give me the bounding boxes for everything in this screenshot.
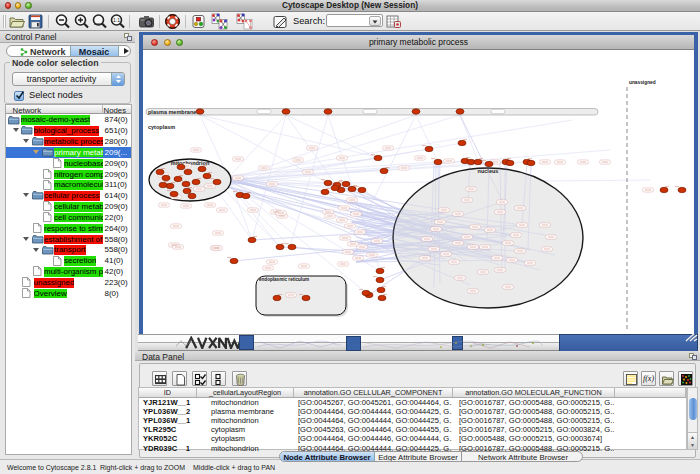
svg-text:endoplasmic reticulum: endoplasmic reticulum	[259, 277, 309, 282]
svg-text:cytoplasm: cytoplasm	[148, 124, 175, 130]
svg-text:1:1: 1:1	[113, 17, 120, 23]
svg-text:plasma membrane: plasma membrane	[148, 109, 196, 115]
svg-text:unassigned: unassigned	[629, 80, 656, 85]
